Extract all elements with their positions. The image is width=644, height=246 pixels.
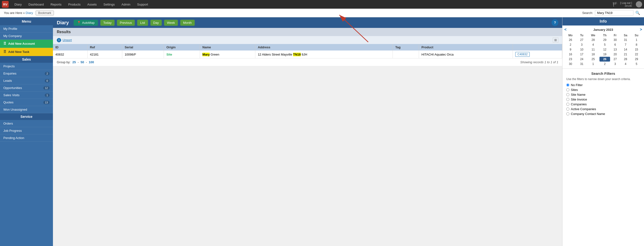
calendar-day-cell[interactable]: 2 [600, 61, 610, 66]
filter-radio-0[interactable] [566, 83, 570, 87]
filter-radio-2[interactable] [566, 93, 570, 96]
filter-option-6[interactable]: Company Contact Name [566, 112, 640, 116]
sidebar-item-projects[interactable]: Projects [0, 63, 53, 70]
calendar-day-cell[interactable]: 28 [620, 57, 631, 61]
calendar-day-cell[interactable]: 31 [576, 61, 587, 66]
automap-button[interactable]: 📍 AutoMap [74, 20, 98, 26]
calendar-day-cell[interactable]: 4 [620, 61, 631, 66]
calendar-day-cell[interactable]: 29 [631, 57, 642, 61]
calendar-day-cell[interactable]: 28 [587, 37, 600, 42]
calendar-day-cell[interactable]: 1 [631, 37, 642, 42]
sidebar-item-opportunities[interactable]: Opportunities 12 [0, 84, 53, 92]
calendar-day-cell[interactable]: 1 [587, 61, 600, 66]
search-button[interactable]: 🔍 [635, 10, 640, 15]
calendar-day-cell[interactable]: 19 [600, 52, 610, 57]
filter-option-4[interactable]: Companies [566, 102, 640, 106]
sidebar-item-won-unassigned[interactable]: Won Unassigned [0, 106, 53, 113]
user-avatar[interactable] [636, 1, 642, 7]
today-button[interactable]: Today [100, 20, 114, 26]
calendar-day-cell[interactable]: 4 [587, 42, 600, 47]
calendar-day-cell[interactable]: 27 [576, 37, 587, 42]
filter-option-0[interactable]: No Filter [566, 83, 640, 87]
sidebar-item-add-task[interactable]: ⠿ Add New Task [0, 48, 53, 56]
calendar-day-cell[interactable]: 3 [576, 42, 587, 47]
sidebar-item-enquiries[interactable]: Enquiries 2 [0, 70, 53, 77]
filter-radio-4[interactable] [566, 103, 570, 106]
calendar-day-cell[interactable]: 9 [564, 47, 576, 52]
breadcrumb-diary-link[interactable]: Diary [26, 11, 33, 15]
filter-option-5[interactable]: Active Companies [566, 107, 640, 111]
group-100-link[interactable]: 100 [89, 60, 94, 64]
calendar-day-cell[interactable]: 26 [600, 57, 610, 61]
logout-link[interactable]: [ Log out ] [620, 1, 632, 4]
calendar-day-cell[interactable]: 31 [620, 37, 631, 42]
sidebar-item-company[interactable]: My Company [0, 32, 53, 40]
sidebar-item-job-progress[interactable]: Job Progress [0, 127, 53, 134]
nav-reports[interactable]: Reports [47, 0, 65, 9]
calendar-day-cell[interactable]: 17 [576, 52, 587, 57]
list-button[interactable]: List [137, 20, 148, 26]
calendar-day-cell[interactable]: 25 [587, 57, 600, 61]
calendar-day-cell[interactable]: 23 [564, 57, 576, 61]
sidebar-item-sales-visits[interactable]: Sales Visits 1 [0, 92, 53, 99]
nav-dashboard[interactable]: Dashboard [25, 0, 47, 9]
calendar-day-cell[interactable]: 8 [631, 42, 642, 47]
filter-radio-1[interactable] [566, 88, 570, 91]
calendar-prev-button[interactable]: < [564, 27, 566, 32]
cell-action[interactable]: C40832 [513, 50, 562, 58]
group-50-link[interactable]: 50 [80, 60, 84, 64]
calendar-day-cell[interactable]: 26 [564, 37, 576, 42]
calendar-day-cell[interactable]: 3 [610, 61, 620, 66]
calendar-day-cell[interactable]: 20 [610, 52, 620, 57]
group-25-link[interactable]: 25 [72, 60, 76, 64]
table-row[interactable]: 40832 42181 10098/F Site Mary Green 12 A… [53, 50, 562, 58]
nav-products[interactable]: Products [65, 0, 84, 9]
sidebar-item-profile[interactable]: My Profile [0, 25, 53, 32]
filter-radio-3[interactable] [566, 98, 570, 101]
calendar-day-cell[interactable]: 30 [564, 61, 576, 66]
sidebar-item-leads[interactable]: Leads 0 [0, 77, 53, 84]
help-button[interactable]: ? [552, 19, 558, 26]
nav-support[interactable]: Support [134, 0, 152, 9]
search-input[interactable] [595, 10, 634, 16]
calendar-day-cell[interactable]: 15 [631, 47, 642, 52]
action-button[interactable]: C40832 [515, 52, 530, 57]
calendar-day-cell[interactable]: 22 [631, 52, 642, 57]
calendar-day-cell[interactable]: 16 [564, 52, 576, 57]
calendar-day-cell[interactable]: 7 [620, 42, 631, 47]
grid-view-button[interactable]: ⊞ [553, 37, 558, 42]
calendar-day-cell[interactable]: 2 [564, 42, 576, 47]
nav-diary[interactable]: Diary [11, 0, 25, 9]
calendar-day-cell[interactable]: 29 [600, 37, 610, 42]
bookmark-button[interactable]: Bookmark [36, 10, 54, 15]
flag-icon[interactable]: 🏴 [612, 2, 618, 7]
calendar-day-cell[interactable]: 24 [576, 57, 587, 61]
filter-radio-5[interactable] [566, 107, 570, 111]
calendar-day-cell[interactable]: 30 [610, 37, 620, 42]
filter-option-3[interactable]: Site Invoice [566, 98, 640, 101]
calendar-day-cell[interactable]: 13 [610, 47, 620, 52]
filter-option-1[interactable]: Sites [566, 88, 640, 92]
calendar-day-cell[interactable]: 11 [587, 47, 600, 52]
nav-admin[interactable]: Admin [118, 0, 134, 9]
calendar-next-button[interactable]: > [640, 27, 642, 32]
unsort-link[interactable]: Unsort [62, 38, 72, 42]
week-button[interactable]: Week [164, 20, 178, 26]
day-button[interactable]: Day [150, 20, 162, 26]
sidebar-item-quotes[interactable]: Quotes 13 [0, 99, 53, 106]
sidebar-item-pending-action[interactable]: Pending Action [0, 134, 53, 142]
nav-assets[interactable]: Assets [84, 0, 100, 9]
calendar-day-cell[interactable]: 18 [587, 52, 600, 57]
calendar-day-cell[interactable]: 5 [600, 42, 610, 47]
calendar-day-cell[interactable]: 6 [610, 42, 620, 47]
calendar-day-cell[interactable]: 21 [620, 52, 631, 57]
month-button[interactable]: Month [180, 20, 195, 26]
nav-settings[interactable]: Settings [100, 0, 118, 9]
calendar-day-cell[interactable]: 10 [576, 47, 587, 52]
previous-button[interactable]: Previous [117, 20, 135, 26]
sidebar-item-add-account[interactable]: ⠿ Add New Account [0, 40, 53, 48]
calendar-day-cell[interactable]: 14 [620, 47, 631, 52]
filter-option-2[interactable]: Site Name [566, 93, 640, 96]
filter-radio-6[interactable] [566, 112, 570, 115]
sidebar-item-orders[interactable]: Orders [0, 120, 53, 127]
